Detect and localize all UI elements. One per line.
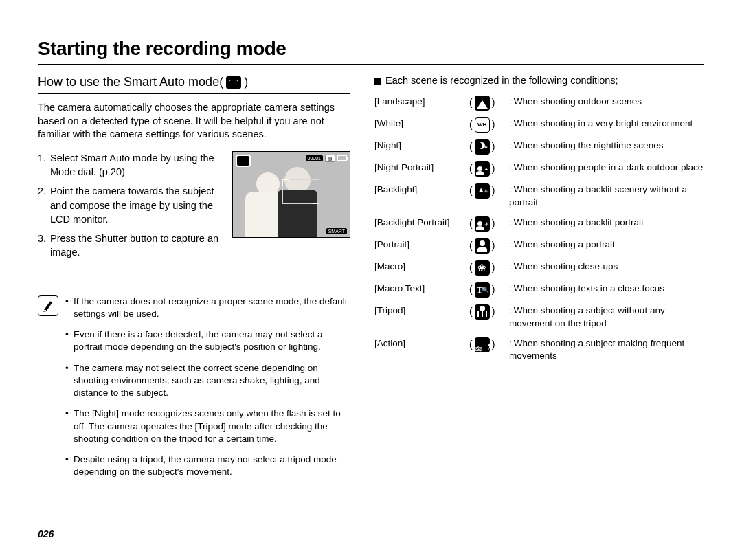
scene-icon-wrap: ( ✦ ) <box>469 161 509 177</box>
backlight-icon <box>475 183 490 199</box>
scene-desc: :When shooting close-ups <box>509 260 704 273</box>
svg-rect-0 <box>43 310 46 311</box>
landscape-icon <box>475 96 490 111</box>
page-number: 026 <box>38 528 54 539</box>
notes-list: If the camera does not recognize a prope… <box>65 295 350 487</box>
step-3: Press the Shutter button to capture an i… <box>38 232 224 260</box>
subheading: How to use the Smart Auto mode( ) <box>38 75 350 94</box>
scene-icon-wrap: ( WH ) <box>469 117 509 133</box>
steps-list: Select Smart Auto mode by using the Mode… <box>38 151 224 260</box>
scene-desc: :When shooting people in a dark outdoor … <box>509 161 704 175</box>
scene-row-action: [Action] ( ) :When shooting a subject ma… <box>374 337 704 363</box>
scene-row-night-portrait: [Night Portrait] ( ✦ ) :When shooting pe… <box>374 161 704 177</box>
scene-row-landscape: [Landscape] ( ) :When shooting outdoor s… <box>374 96 704 111</box>
scene-label: [Backlight] <box>374 183 469 197</box>
step-1: Select Smart Auto mode by using the Mode… <box>38 151 224 179</box>
osd-status-cluster: 00001 ▧ <box>306 155 347 162</box>
action-icon <box>475 337 490 352</box>
scene-desc: :When shooting a backlit scenery without… <box>509 183 704 210</box>
scene-icon-wrap: ( ) <box>469 282 509 298</box>
scene-row-white: [White] ( WH ) :When shooting in a very … <box>374 117 704 133</box>
osd-card-icon: ▧ <box>325 155 335 162</box>
right-column: Each scene is recognized in the followin… <box>374 75 704 486</box>
night-portrait-icon: ✦ <box>475 161 490 177</box>
conditions-heading-text: Each scene is recognized in the followin… <box>385 75 618 86</box>
note-item: The [Night] mode recognizes scenes only … <box>65 407 350 445</box>
scene-row-macro: [Macro] ( ) :When shooting close-ups <box>374 260 704 276</box>
scene-row-tripod: [Tripod] ( ) :When shooting a subject wi… <box>374 304 704 331</box>
scene-row-backlight-portrait: [Backlight Portrait] ( ) :When shooting … <box>374 216 704 232</box>
scene-desc: :When shooting outdoor scenes <box>509 96 704 109</box>
scene-icon-wrap: ( ) <box>469 304 509 320</box>
osd-smart-label: SMART <box>326 228 347 234</box>
scene-icon-wrap: ( ) <box>469 183 509 199</box>
scene-row-portrait: [Portrait] ( ) :When shooting a portrait <box>374 238 704 254</box>
note-item: Despite using a tripod, the camera may n… <box>65 453 350 478</box>
scene-conditions-table: [Landscape] ( ) :When shooting outdoor s… <box>374 96 704 363</box>
subhead-text-suffix: ) <box>244 75 248 89</box>
intro-paragraph: The camera automatically chooses the app… <box>38 101 350 142</box>
square-bullet-icon <box>374 78 381 85</box>
scene-label: [Portrait] <box>374 238 469 251</box>
page-title: Starting the recording mode <box>38 38 704 60</box>
backlight-portrait-icon <box>475 216 490 232</box>
scene-icon-wrap: ( ) <box>469 260 509 276</box>
scene-icon-wrap: ( ) <box>469 216 509 232</box>
battery-icon <box>337 155 347 161</box>
scene-desc: :When shooting a portrait <box>509 238 704 251</box>
left-column: How to use the Smart Auto mode( ) The ca… <box>38 75 350 486</box>
macro-icon <box>475 260 490 276</box>
scene-row-macro-text: [Macro Text] ( ) :When shooting texts in… <box>374 282 704 298</box>
tripod-icon <box>475 304 490 320</box>
scene-icon-wrap: ( ) <box>469 96 509 111</box>
subhead-text-prefix: How to use the Smart Auto mode( <box>38 75 223 89</box>
scene-desc: :When shooting a subject without any mov… <box>509 304 704 331</box>
scene-desc: :When shooting a backlit portrait <box>509 216 704 229</box>
scene-icon-wrap: ( ) <box>469 337 509 352</box>
portrait-icon <box>475 238 490 254</box>
conditions-heading: Each scene is recognized in the followin… <box>374 75 704 86</box>
scene-desc: :When shooting a subject making frequent… <box>509 337 704 363</box>
step-2: Point the camera towards the subject and… <box>38 184 224 226</box>
note-icon <box>38 295 58 316</box>
scene-row-backlight: [Backlight] ( ) :When shooting a backlit… <box>374 183 704 210</box>
camera-lcd-preview: 00001 ▧ SMART <box>232 151 350 238</box>
title-rule <box>38 64 704 65</box>
scene-label: [White] <box>374 117 469 131</box>
osd-counter: 00001 <box>306 155 323 161</box>
note-item: Even if there is a face detected, the ca… <box>65 328 350 353</box>
scene-row-night: [Night] ( ) :When shooting the nighttime… <box>374 139 704 155</box>
scene-desc: :When shooting the nighttime scenes <box>509 139 704 153</box>
scene-label: [Landscape] <box>374 96 469 109</box>
scene-label: [Macro Text] <box>374 282 469 295</box>
autofocus-frame-icon <box>282 179 319 204</box>
scene-label: [Tripod] <box>374 304 469 317</box>
scene-desc: :When shooting texts in a close focus <box>509 282 704 295</box>
smart-auto-mode-icon <box>226 76 241 89</box>
scene-icon-wrap: ( ) <box>469 139 509 155</box>
night-icon <box>475 139 490 155</box>
scene-label: [Macro] <box>374 260 469 273</box>
macro-text-icon <box>475 282 490 298</box>
osd-mode-icon <box>236 155 251 167</box>
scene-label: [Night] <box>374 139 469 153</box>
scene-desc: :When shooting in a very bright environm… <box>509 117 704 131</box>
note-item: If the camera does not recognize a prope… <box>65 295 350 320</box>
scene-icon-wrap: ( ) <box>469 238 509 254</box>
note-block: If the camera does not recognize a prope… <box>38 295 350 487</box>
scene-label: [Action] <box>374 337 469 350</box>
white-icon: WH <box>475 117 490 133</box>
scene-label: [Night Portrait] <box>374 161 469 175</box>
note-item: The camera may not select the correct sc… <box>65 362 350 400</box>
scene-label: [Backlight Portrait] <box>374 216 469 229</box>
